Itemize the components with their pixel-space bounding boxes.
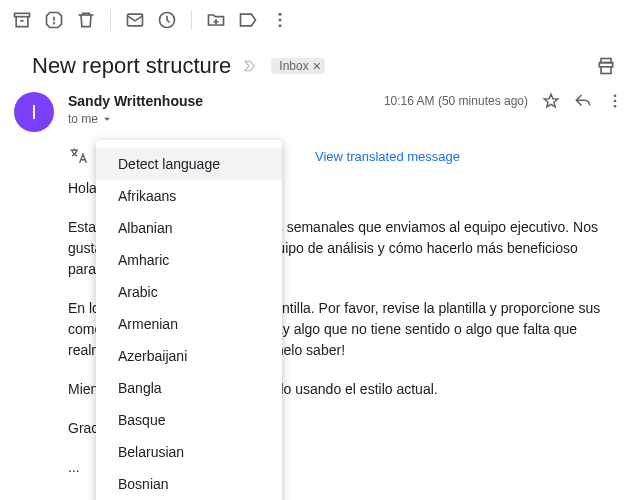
svg-point-14 (614, 105, 617, 108)
message-time: 10:16 AM (50 minutes ago) (384, 94, 528, 108)
svg-point-3 (54, 23, 55, 24)
inbox-label-text: Inbox (279, 59, 308, 73)
subject-row: New report structure Inbox × (0, 40, 638, 86)
remove-label-icon[interactable]: × (313, 59, 321, 73)
language-dropdown[interactable]: Detect language Afrikaans Albanian Amhar… (96, 140, 282, 500)
svg-point-12 (614, 94, 617, 97)
importance-marker-icon[interactable] (243, 58, 259, 74)
mark-unread-button[interactable] (121, 6, 149, 34)
language-option[interactable]: Arabic (96, 276, 282, 308)
language-option[interactable]: Amharic (96, 244, 282, 276)
recipient-line[interactable]: to me (68, 112, 624, 126)
translate-icon[interactable] (68, 146, 88, 166)
chevron-down-icon (100, 112, 114, 126)
labels-button[interactable] (234, 6, 262, 34)
message-more-button[interactable] (606, 92, 624, 110)
language-option[interactable]: Armenian (96, 308, 282, 340)
language-option[interactable]: Azerbaijani (96, 340, 282, 372)
report-spam-button[interactable] (40, 6, 68, 34)
language-option[interactable]: Bangla (96, 372, 282, 404)
sender-name: Sandy Writtenhouse (68, 93, 203, 109)
email-subject: New report structure (32, 53, 231, 79)
svg-point-7 (279, 19, 282, 22)
language-option[interactable]: Belarusian (96, 436, 282, 468)
view-translated-link[interactable]: View translated message (315, 149, 460, 164)
message-meta: 10:16 AM (50 minutes ago) (384, 92, 624, 110)
language-option[interactable]: Albanian (96, 212, 282, 244)
delete-button[interactable] (72, 6, 100, 34)
toolbar-separator (110, 10, 111, 30)
snooze-button[interactable] (153, 6, 181, 34)
reply-button[interactable] (574, 92, 592, 110)
inbox-label-chip[interactable]: Inbox × (271, 58, 325, 74)
svg-point-6 (279, 13, 282, 16)
svg-rect-10 (601, 67, 611, 74)
language-option[interactable]: Bosnian (96, 468, 282, 500)
language-option[interactable]: Detect language (96, 148, 282, 180)
more-button[interactable] (266, 6, 294, 34)
print-button[interactable] (592, 52, 620, 80)
svg-point-13 (614, 100, 617, 103)
action-toolbar (0, 0, 638, 40)
svg-rect-0 (15, 13, 30, 16)
message-header: I Sandy Writtenhouse 10:16 AM (50 minute… (0, 86, 638, 132)
archive-button[interactable] (8, 6, 36, 34)
svg-marker-11 (544, 94, 558, 107)
language-option[interactable]: Basque (96, 404, 282, 436)
svg-point-8 (279, 24, 282, 27)
recipient-text: to me (68, 112, 98, 126)
avatar: I (14, 92, 54, 132)
move-to-button[interactable] (202, 6, 230, 34)
toolbar-separator (191, 10, 192, 30)
star-button[interactable] (542, 92, 560, 110)
language-option[interactable]: Afrikaans (96, 180, 282, 212)
